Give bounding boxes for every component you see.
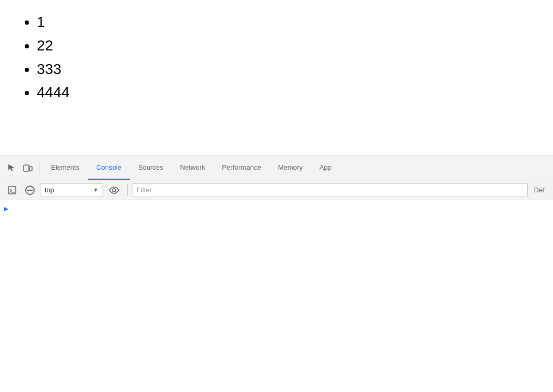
default-levels-label: Def <box>530 186 549 194</box>
svg-point-4 <box>112 189 116 192</box>
devtools-tabs: Elements Console Sources Network Perform… <box>43 156 340 180</box>
filter-separator <box>127 184 128 196</box>
no-entry-icon <box>25 185 35 195</box>
prompt-arrow-icon: ▸ <box>4 204 8 213</box>
tab-memory[interactable]: Memory <box>270 156 311 180</box>
list-item: 4444 <box>37 81 532 105</box>
list-item: 1 <box>37 11 532 34</box>
inspect-element-button[interactable] <box>4 161 20 175</box>
list-item: 333 <box>37 58 532 81</box>
svg-rect-0 <box>24 165 29 171</box>
tab-application[interactable]: App <box>311 156 340 180</box>
tab-sources[interactable]: Sources <box>130 156 172 180</box>
page-content: 1 22 333 4444 <box>0 0 553 156</box>
console-prompt: ▸ <box>4 202 549 215</box>
devtools-panel: Elements Console Sources Network Perform… <box>0 156 553 392</box>
svg-rect-2 <box>8 187 16 194</box>
list-item: 22 <box>37 34 532 58</box>
devtools-secondary-toolbar: top ▼ Def <box>0 180 553 200</box>
toolbar-separator <box>39 161 39 176</box>
tab-performance[interactable]: Performance <box>213 156 269 180</box>
tab-elements[interactable]: Elements <box>43 156 88 180</box>
console-drawer-button[interactable] <box>4 183 20 197</box>
tab-console[interactable]: Console <box>88 156 130 180</box>
tab-network[interactable]: Network <box>172 156 214 180</box>
watch-expressions-button[interactable] <box>105 184 123 196</box>
list: 1 22 333 4444 <box>21 11 532 105</box>
devtools-toolbar: Elements Console Sources Network Perform… <box>0 156 553 180</box>
filter-input[interactable] <box>132 183 528 197</box>
svg-rect-1 <box>29 167 32 171</box>
context-selector[interactable]: top ▼ <box>40 183 103 197</box>
devtools-console[interactable]: ▸ <box>0 200 553 392</box>
chevron-down-icon: ▼ <box>93 187 98 193</box>
device-toggle-button[interactable] <box>20 161 36 175</box>
clear-console-button[interactable] <box>22 183 38 197</box>
